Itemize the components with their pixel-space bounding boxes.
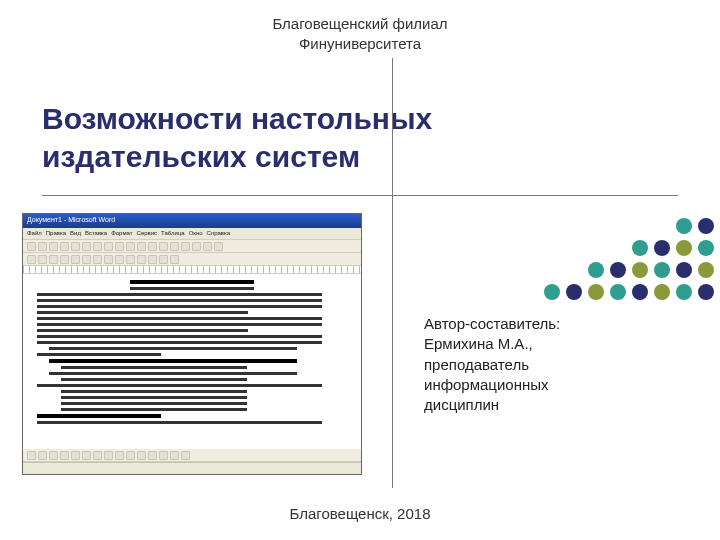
decor-dot	[698, 262, 714, 278]
text-line	[37, 384, 322, 387]
toolbar-button	[93, 451, 102, 460]
decor-dot	[676, 262, 692, 278]
toolbar-button	[203, 242, 212, 251]
decor-dot	[698, 218, 714, 234]
decor-dot	[610, 284, 626, 300]
toolbar-button	[159, 242, 168, 251]
decor-dot	[632, 240, 648, 256]
toolbar-button	[148, 242, 157, 251]
text-line	[37, 353, 161, 356]
toolbar-button	[60, 451, 69, 460]
toolbar-button	[27, 255, 36, 264]
menu-item: Формат	[111, 230, 132, 237]
institution-line2: Финуниверситета	[0, 34, 720, 54]
toolbar-button	[93, 255, 102, 264]
author-block: Автор-составитель: Ермихина М.А., препод…	[424, 314, 560, 415]
decor-dot	[566, 284, 582, 300]
menu-item: Таблица	[161, 230, 185, 237]
status-bar	[23, 462, 361, 474]
decor-dot	[676, 218, 692, 234]
text-line	[37, 323, 322, 326]
toolbar-button	[159, 255, 168, 264]
text-line	[49, 359, 297, 363]
institution-header: Благовещенский филиал Финуниверситета	[0, 0, 720, 53]
menu-item: Файл	[27, 230, 42, 237]
decor-dot	[632, 284, 648, 300]
text-line	[61, 366, 247, 369]
toolbar-button	[104, 255, 113, 264]
text-line	[37, 421, 322, 424]
toolbar-2	[23, 253, 361, 266]
menu-item: Окно	[189, 230, 203, 237]
text-line	[37, 329, 248, 332]
toolbar-button	[93, 242, 102, 251]
toolbar-button	[38, 242, 47, 251]
toolbar-button	[38, 255, 47, 264]
text-line	[37, 299, 322, 302]
text-line	[37, 335, 322, 338]
decor-dot	[654, 240, 670, 256]
toolbar-button	[148, 255, 157, 264]
text-line	[49, 347, 297, 350]
text-line	[61, 390, 247, 393]
text-line	[61, 396, 247, 399]
toolbar-button	[38, 451, 47, 460]
toolbar-button	[148, 451, 157, 460]
toolbar-button	[126, 255, 135, 264]
toolbar-button	[170, 255, 179, 264]
toolbar-button	[60, 242, 69, 251]
toolbar-button	[71, 255, 80, 264]
toolbar-button	[181, 242, 190, 251]
text-line	[37, 311, 248, 314]
text-line	[61, 378, 247, 381]
menu-item: Сервис	[137, 230, 158, 237]
text-line	[37, 414, 161, 418]
menu-item: Правка	[46, 230, 66, 237]
toolbar-button	[82, 242, 91, 251]
decor-dot	[632, 262, 648, 278]
document-body	[23, 274, 361, 454]
text-line	[37, 293, 322, 296]
toolbar-button	[49, 242, 58, 251]
vertical-divider	[392, 58, 393, 488]
text-line	[61, 402, 247, 405]
institution-line1: Благовещенский филиал	[0, 14, 720, 34]
decor-dot	[676, 240, 692, 256]
text-line	[37, 305, 322, 308]
author-line: Ермихина М.А.,	[424, 334, 560, 354]
toolbar-button	[71, 451, 80, 460]
text-line	[130, 287, 254, 290]
toolbar-button	[126, 242, 135, 251]
toolbar-button	[137, 255, 146, 264]
window-titlebar: Документ1 - Microsoft Word	[23, 214, 361, 228]
toolbar-button	[192, 242, 201, 251]
toolbar-1	[23, 240, 361, 253]
author-line: преподаватель	[424, 355, 560, 375]
slide-title: Возможности настольных издательских сист…	[42, 100, 432, 175]
toolbar-button	[49, 255, 58, 264]
decor-dot	[698, 240, 714, 256]
toolbar-button	[71, 242, 80, 251]
author-line: Автор-составитель:	[424, 314, 560, 334]
decor-dot	[610, 262, 626, 278]
toolbar-button	[82, 451, 91, 460]
text-line	[130, 280, 254, 284]
toolbar-button	[115, 255, 124, 264]
decor-dot	[654, 262, 670, 278]
text-line	[61, 408, 247, 411]
toolbar-button	[49, 451, 58, 460]
toolbar-bottom	[23, 449, 361, 462]
toolbar-button	[27, 451, 36, 460]
toolbar-button	[137, 242, 146, 251]
decor-dot	[654, 284, 670, 300]
toolbar-button	[137, 451, 146, 460]
decor-dot	[544, 284, 560, 300]
toolbar-button	[159, 451, 168, 460]
toolbar-button	[126, 451, 135, 460]
decor-dot	[698, 284, 714, 300]
menu-bar: Файл Правка Вид Вставка Формат Сервис Та…	[23, 228, 361, 240]
horizontal-divider	[42, 195, 678, 196]
toolbar-button	[115, 451, 124, 460]
text-line	[37, 341, 322, 344]
toolbar-button	[104, 451, 113, 460]
